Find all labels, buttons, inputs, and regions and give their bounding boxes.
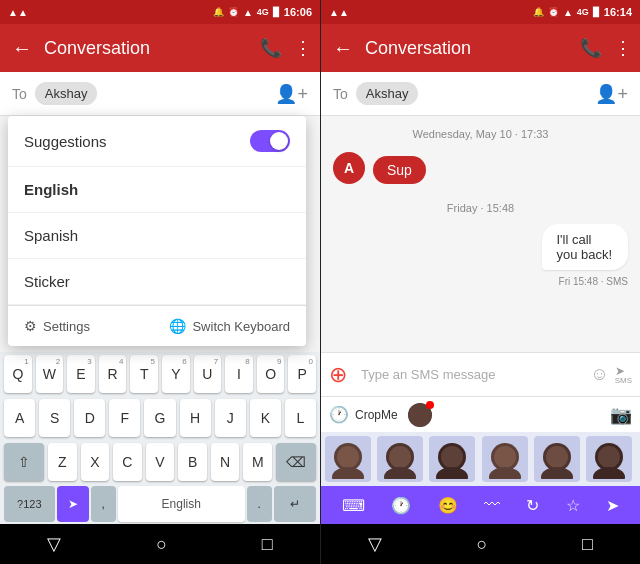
toolbar-left: ← Conversation 📞 ⋮ [0,24,320,72]
suggestions-label: Suggestions [24,133,107,150]
key-period[interactable]: . [247,486,272,522]
back-button-left[interactable]: ← [8,33,36,64]
settings-item[interactable]: ⚙ Settings [24,318,90,334]
nav-home-left[interactable]: ○ [156,534,167,555]
dropdown-spanish[interactable]: Spanish [8,213,306,259]
key-enter[interactable]: ↵ [274,486,316,522]
key-w[interactable]: 2W [36,355,64,393]
key-m[interactable]: M [243,443,272,481]
key-row-3: ⇧ Z X C V B N M ⌫ [0,440,320,484]
switch-keyboard-item[interactable]: 🌐 Switch Keyboard [169,318,290,334]
key-y[interactable]: 6Y [162,355,190,393]
date-label-right: Wednesday, May 10 · 17:33 [413,128,549,140]
status-4g: 4G [257,7,269,17]
key-h[interactable]: H [180,399,211,437]
key-b[interactable]: B [178,443,207,481]
input-field-right[interactable]: Type an SMS message [353,363,584,386]
switch-keyboard-label: Switch Keyboard [192,319,290,334]
sticker-tb-wave-icon[interactable]: 〰 [484,496,500,514]
key-v[interactable]: V [146,443,175,481]
sticker-notification-dot [426,401,434,409]
sticker-cell-6[interactable] [586,436,632,482]
keyboard-bottom-bar: ?123 ➤ , English . ↵ [0,484,320,524]
nav-back-left[interactable]: ▽ [47,533,61,555]
emoji-icon[interactable]: ☺ [590,364,608,385]
key-s[interactable]: S [39,399,70,437]
key-shift[interactable]: ⇧ [4,443,44,481]
sticker-grid [321,432,640,486]
sticker-cell-5[interactable] [534,436,580,482]
dropdown-footer: ⚙ Settings 🌐 Switch Keyboard [8,306,306,346]
key-backspace[interactable]: ⌫ [276,443,316,481]
suggestions-toggle[interactable] [250,130,290,152]
key-d[interactable]: D [74,399,105,437]
phone-icon-right[interactable]: 📞 [580,37,602,59]
key-r[interactable]: 4R [99,355,127,393]
key-z[interactable]: Z [48,443,77,481]
key-j[interactable]: J [215,399,246,437]
key-l[interactable]: L [285,399,316,437]
key-123[interactable]: ?123 [4,486,55,522]
key-k[interactable]: K [250,399,281,437]
dropdown-english[interactable]: English [8,167,306,213]
key-send-arrow[interactable]: ➤ [57,486,89,522]
key-a[interactable]: A [4,399,35,437]
recipient-chip-left[interactable]: Akshay [35,82,98,105]
status-icon-signal2: ▲ [243,7,253,18]
nav-home-right[interactable]: ○ [477,534,488,555]
toolbar-icons-right: 📞 ⋮ [580,37,632,59]
key-q[interactable]: 1Q [4,355,32,393]
nav-recents-right[interactable]: □ [582,534,593,555]
sticker-tb-star-icon[interactable]: ☆ [566,496,580,515]
dropdown-sticker[interactable]: Sticker [8,259,306,305]
recipient-chip-right[interactable]: Akshay [356,82,419,105]
key-c[interactable]: C [113,443,142,481]
sticker-section-label: CropMe [355,408,398,422]
key-space[interactable]: English [118,486,245,522]
sent-message-container: I'll call you back! Fri 15:48 · SMS [506,224,628,287]
key-t[interactable]: 5T [130,355,158,393]
key-n[interactable]: N [211,443,240,481]
key-o[interactable]: 9O [257,355,285,393]
sticker-cell-2[interactable] [377,436,423,482]
add-contact-icon-left[interactable]: 👤+ [275,83,308,105]
sticker-bar: 🕐 CropMe 📷 [321,396,640,432]
sticker-cell-4[interactable] [482,436,528,482]
camera-icon[interactable]: 📷 [610,405,632,425]
nav-recents-left[interactable]: □ [262,534,273,555]
sticker-tb-emoji-icon[interactable]: 😊 [438,496,458,515]
key-comma[interactable]: , [91,486,116,522]
key-g[interactable]: G [144,399,175,437]
more-icon-left[interactable]: ⋮ [294,37,312,59]
key-f[interactable]: F [109,399,140,437]
back-button-right[interactable]: ← [329,33,357,64]
dropdown-suggestions[interactable]: Suggestions [8,116,306,167]
phone-icon-left[interactable]: 📞 [260,37,282,59]
key-i[interactable]: 8I [225,355,253,393]
sticker-cell-1[interactable] [325,436,371,482]
globe-icon: 🌐 [169,318,186,334]
key-x[interactable]: X [81,443,110,481]
to-label-left: To [12,86,27,102]
sticker-tb-clock-icon[interactable]: 🕐 [391,496,411,515]
status-icons-right: 🔔 ⏰ ▲ 4G ▉ 16:06 [213,6,312,18]
send-sms-icon[interactable]: ➤SMS [615,365,632,385]
spanish-label: Spanish [24,227,78,244]
svg-point-8 [436,467,468,479]
status-icon-alarm: ⏰ [228,7,239,17]
message-area-right: Wednesday, May 10 · 17:33 A Sup Friday ·… [321,116,640,352]
nav-back-right[interactable]: ▽ [368,533,382,555]
key-u[interactable]: 7U [194,355,222,393]
more-icon-right[interactable]: ⋮ [614,37,632,59]
toolbar-icons-left: 📞 ⋮ [260,37,312,59]
key-e[interactable]: 3E [67,355,95,393]
add-contact-icon-right[interactable]: 👤+ [595,83,628,105]
svg-point-17 [593,467,625,479]
nav-bar-right: ▽ ○ □ [321,524,640,564]
sticker-tb-keyboard-icon[interactable]: ⌨ [342,496,365,515]
input-add-button[interactable]: ⊕ [329,362,347,388]
sticker-tb-refresh-icon[interactable]: ↻ [526,496,539,515]
sticker-cell-3[interactable] [429,436,475,482]
sticker-tb-send-icon[interactable]: ➤ [606,496,619,515]
key-p[interactable]: 0P [288,355,316,393]
